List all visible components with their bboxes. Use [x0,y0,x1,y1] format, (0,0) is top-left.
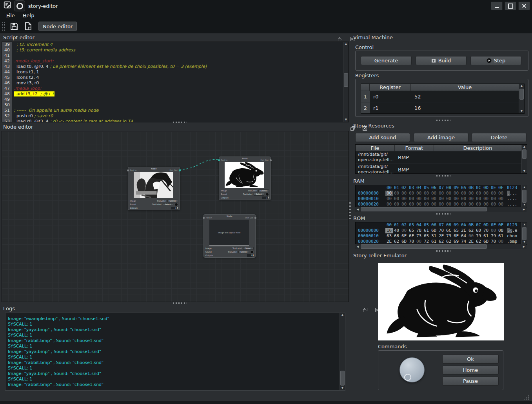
resource-row[interactable]: /mnt/data/git/ open-story-tell…BMP [356,164,527,174]
script-line[interactable]: 49 [2,97,349,102]
scrollbar-thumb[interactable] [522,190,527,203]
hex-byte[interactable]: 00 [408,196,415,202]
story-node[interactable]: NodePort InPort OutImageTextLabelSelectS… [219,157,271,200]
hex-byte[interactable]: 00 [438,202,445,207]
generate-button[interactable]: Generate [361,56,412,65]
resources-table[interactable]: FileFormatDescription/mnt/data/git/ open… [355,144,527,174]
hex-byte[interactable]: 00 [467,196,475,202]
registers-scrollbar[interactable]: ▲▼ [519,84,524,113]
story-node[interactable]: NodePort InPort OutImage will appear her… [203,214,256,258]
spin-arrows-icon[interactable]: ▲▼ [177,207,178,209]
scrollbar-thumb[interactable] [522,227,527,240]
script-line[interactable]: 45 Icons t2, 4 [2,75,349,80]
scroll-right-arrow-icon[interactable]: ▶ [521,208,527,211]
hex-byte[interactable]: 00 [385,196,393,202]
hex-byte[interactable]: 00 [430,202,438,207]
splitter-vm-resources[interactable] [436,120,450,121]
hex-byte[interactable]: 00 [460,202,467,207]
hex-byte[interactable]: 69 [452,239,460,244]
script-editor-float-icon[interactable] [338,37,342,41]
table-row[interactable]: 1r052 [361,91,524,102]
hex-byte[interactable]: 6F [408,233,415,239]
scrollbar-thumb[interactable] [361,207,487,211]
select-button[interactable]: Select [167,200,178,202]
rom-hex-view[interactable]: 000102030405060708090A0B0C0D0E0F01234567… [355,222,527,245]
scroll-up-arrow-icon[interactable]: ▲ [522,222,527,227]
rom-hscrollbar[interactable]: ◀ ▶ [355,244,527,249]
hex-byte[interactable]: 00 [385,202,393,207]
hex-byte[interactable]: 00 [490,228,497,233]
scroll-right-arrow-icon[interactable]: ▶ [521,245,527,248]
hex-byte[interactable]: 08 [497,228,505,233]
hex-byte[interactable]: 61 [430,239,438,244]
hex-byte[interactable]: 73 [445,233,452,239]
build-button[interactable]: Build [416,56,467,65]
hex-byte[interactable]: 00 [490,196,497,202]
step-button[interactable]: Step [470,56,521,65]
hex-byte[interactable]: 00 [497,202,505,207]
select-button[interactable]: Select [258,189,269,192]
hex-byte[interactable]: 00 [460,196,467,202]
hex-byte[interactable]: 00 [438,191,445,196]
hex-byte[interactable]: 65 [423,233,430,239]
script-line[interactable]: 44 Icons t1, 1 [2,69,349,75]
hex-byte[interactable]: 00 [445,196,452,202]
hex-byte[interactable]: 2E [467,239,475,244]
hex-byte[interactable]: 70 [482,228,490,233]
hex-byte[interactable]: 00 [408,191,415,196]
hex-byte[interactable]: 00 [467,233,475,239]
hex-byte[interactable]: 40 [393,228,400,233]
hex-byte[interactable]: 64 [460,233,467,239]
port-out-dot[interactable] [270,159,272,161]
scroll-up-arrow-icon[interactable]: ▲ [343,42,349,46]
hex-byte[interactable]: 70 [438,228,445,233]
script-line[interactable]: 51; ------ On appelle un autre media nod… [2,108,349,113]
ok-button[interactable]: Ok [442,355,499,364]
scrollbar-thumb[interactable] [522,149,527,159]
hex-byte[interactable]: 6F [400,233,408,239]
hex-row[interactable]: 0000001000000000000000000000000000000000… [356,196,527,202]
hex-row[interactable]: 0000002000000000000000000000000000000000… [356,202,527,207]
hex-byte[interactable]: 62 [445,239,452,244]
scrollbar-thumb[interactable] [344,73,348,87]
hex-byte[interactable]: 00 [452,191,460,196]
hex-byte[interactable]: 00 [415,239,423,244]
jog-wheel-knob[interactable] [399,357,425,382]
hex-byte[interactable]: 00 [430,191,438,196]
pause-button[interactable]: Pause [442,377,499,386]
scroll-left-arrow-icon[interactable]: ◀ [355,208,360,211]
hex-byte[interactable]: 00 [393,202,400,207]
hex-byte[interactable]: 00 [467,202,475,207]
column-header-register[interactable]: Register [370,84,411,91]
delete-button[interactable]: Delete [472,133,527,142]
hex-byte[interactable]: 00 [497,196,505,202]
outputs-spinbox[interactable]: 1▲▼ [171,207,178,209]
scroll-up-arrow-icon[interactable]: ▲ [522,145,527,149]
hex-byte[interactable]: 00 [475,196,482,202]
hex-byte[interactable]: 62 [467,228,475,233]
script-line[interactable]: 40 ; t3: current media address [2,47,349,53]
hex-byte[interactable]: 00 [445,202,452,207]
port-out-dot[interactable] [254,217,256,219]
hex-byte[interactable]: 00 [452,202,460,207]
hex-byte[interactable]: 00 [497,239,505,244]
menu-item-help[interactable]: Help [19,12,38,20]
hex-byte[interactable]: 00 [445,191,452,196]
hex-vscrollbar[interactable]: ▲▼ [521,222,527,244]
hex-byte[interactable]: 2E [460,228,467,233]
hex-byte[interactable]: 00 [423,191,430,196]
hex-byte[interactable]: 70 [490,239,497,244]
node-editor-toolbar-button[interactable]: Node editor [38,22,77,31]
script-editor-scrollbar[interactable]: ▲ ▼ [343,42,349,122]
hex-row[interactable]: 0000000000000000000000000000000000000000… [356,191,527,196]
resize-grip[interactable] [524,394,530,400]
port-in-dot[interactable] [127,169,129,171]
sound-play-icon[interactable] [265,193,269,196]
hex-byte[interactable]: 65 [408,228,415,233]
script-line[interactable]: 52 push r0 ; save r0 [2,113,349,119]
menu-item-file[interactable]: File [2,12,19,20]
registers-table[interactable]: RegisterValue1r0522r116▲▼ [361,84,525,114]
port-in-dot[interactable] [203,217,205,219]
hex-byte[interactable]: 62 [393,239,400,244]
hex-byte[interactable]: 00 [423,196,430,202]
